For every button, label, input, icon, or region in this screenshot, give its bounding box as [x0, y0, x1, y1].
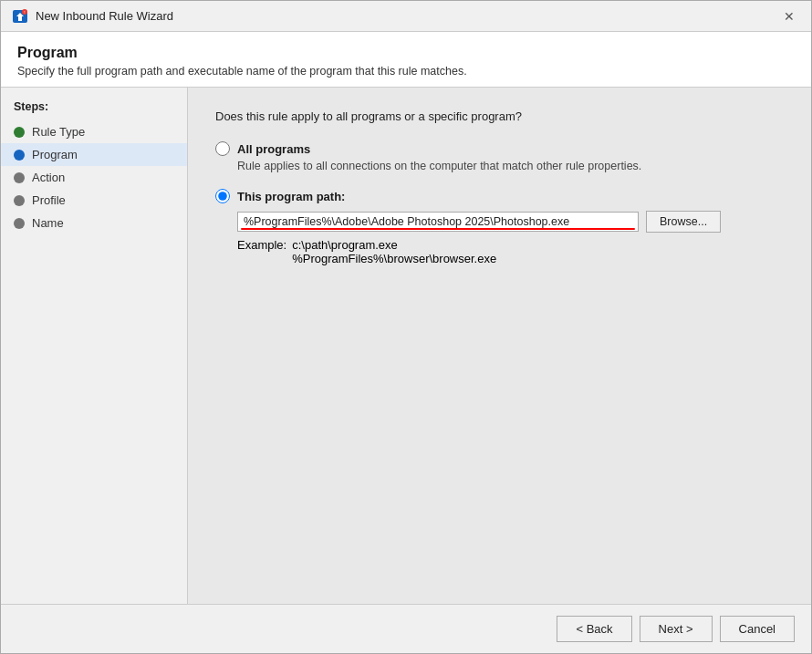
sidebar-item-action[interactable]: Action	[1, 166, 187, 189]
sidebar-label-profile: Profile	[32, 193, 66, 207]
example-label: Example:	[237, 238, 286, 252]
next-button[interactable]: Next >	[640, 616, 713, 642]
sidebar-heading: Steps:	[1, 100, 187, 120]
this-program-label[interactable]: This program path:	[237, 190, 345, 203]
sidebar-item-name[interactable]: Name	[1, 212, 187, 234]
sidebar-item-program[interactable]: Program	[1, 143, 187, 166]
titlebar-left: ! New Inbound Rule Wizard	[12, 8, 173, 25]
page-header: Program Specify the full program path an…	[1, 32, 811, 88]
sidebar-item-profile[interactable]: Profile	[1, 189, 187, 212]
page-description: Specify the full program path and execut…	[17, 65, 795, 78]
step-indicator-rule-type	[14, 127, 25, 138]
window-title: New Inbound Rule Wizard	[36, 9, 173, 23]
this-program-radio-row: This program path:	[215, 189, 784, 203]
cancel-button[interactable]: Cancel	[720, 616, 795, 642]
svg-text:!: !	[24, 10, 25, 15]
all-programs-label[interactable]: All programs	[237, 142, 310, 156]
step-indicator-name	[14, 218, 25, 229]
sidebar-label-program: Program	[32, 148, 78, 161]
close-button[interactable]: ✕	[778, 5, 800, 27]
sidebar-label-rule-type: Rule Type	[32, 125, 85, 139]
main-panel: Does this rule apply to all programs or …	[188, 88, 811, 604]
sidebar-label-action: Action	[32, 171, 65, 184]
all-programs-radio[interactable]	[215, 141, 230, 156]
this-program-radio[interactable]	[215, 189, 230, 203]
step-indicator-program	[14, 150, 25, 161]
wizard-window: ! New Inbound Rule Wizard ✕ Program Spec…	[0, 0, 812, 654]
example-row: Example: c:\path\program.exe %ProgramFil…	[237, 238, 784, 265]
sidebar-label-name: Name	[32, 216, 64, 230]
all-programs-option: All programs Rule applies to all connect…	[215, 141, 784, 172]
step-indicator-profile	[14, 195, 25, 206]
question-text: Does this rule apply to all programs or …	[215, 109, 784, 123]
program-path-row: Browse...	[237, 211, 784, 233]
back-button[interactable]: < Back	[557, 616, 631, 642]
step-indicator-action	[14, 172, 25, 183]
titlebar: ! New Inbound Rule Wizard ✕	[1, 1, 811, 32]
browse-button[interactable]: Browse...	[646, 211, 721, 233]
example-path-2: %ProgramFiles%\browser\browser.exe	[292, 252, 496, 265]
sidebar: Steps: Rule Type Program Action Profile …	[1, 88, 188, 604]
all-programs-radio-row: All programs	[215, 141, 784, 156]
content-area: Steps: Rule Type Program Action Profile …	[1, 88, 811, 604]
example-path-1: c:\path\program.exe	[292, 238, 496, 252]
this-program-option: This program path: Browse... Example: c:…	[215, 189, 784, 265]
app-icon: !	[12, 8, 28, 25]
example-paths: c:\path\program.exe %ProgramFiles%\brows…	[292, 238, 496, 265]
sidebar-item-rule-type[interactable]: Rule Type	[1, 120, 187, 143]
all-programs-desc: Rule applies to all connections on the c…	[237, 160, 784, 172]
page-title: Program	[17, 45, 795, 61]
path-input-wrapper	[237, 212, 639, 232]
program-path-input[interactable]	[237, 212, 639, 232]
footer: < Back Next > Cancel	[1, 604, 811, 653]
